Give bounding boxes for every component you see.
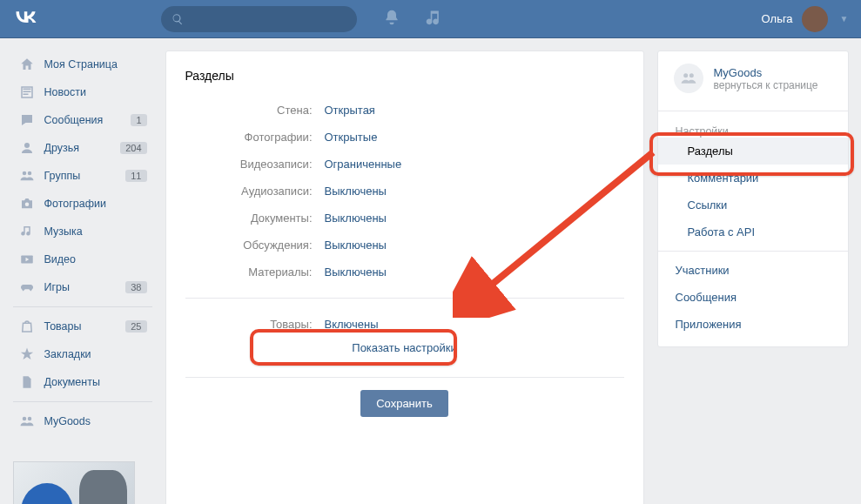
nav-badge: 38 (125, 281, 146, 293)
nav-games[interactable]: Игры 38 (13, 273, 152, 301)
chevron-down-icon: ▼ (840, 14, 849, 24)
nav-badge: 1 (131, 114, 146, 126)
menu-members[interactable]: Участники (658, 257, 848, 284)
group-title: MyGoods (714, 66, 818, 79)
nav-messages[interactable]: Сообщения 1 (13, 106, 152, 134)
menu-group-title: Настройки (658, 117, 848, 138)
topbar: Ольга ▼ (0, 0, 861, 38)
svg-point-5 (22, 417, 26, 421)
select-docs[interactable]: Выключены (325, 212, 387, 225)
nav-friends[interactable]: Друзья 204 (13, 134, 152, 162)
nav-badge: 25 (125, 320, 146, 333)
row-label: Материалы: (185, 265, 325, 279)
menu-apps[interactable]: Приложения (658, 311, 848, 338)
search-input[interactable] (191, 12, 346, 25)
friends-icon (18, 139, 36, 157)
nav-my-page[interactable]: Моя Страница (13, 50, 152, 78)
svg-point-3 (24, 203, 29, 207)
page-title: Разделы (166, 51, 643, 97)
select-wall[interactable]: Открытая (325, 104, 375, 117)
main-panel: Разделы Стена:Открытая Фотографии:Открыт… (165, 50, 644, 504)
svg-point-0 (24, 143, 30, 148)
select-videos[interactable]: Ограниченные (325, 158, 402, 171)
group-header[interactable]: MyGoods вернуться к странице (658, 51, 848, 105)
star-icon (18, 346, 36, 363)
row-label: Товары: (185, 318, 325, 331)
svg-point-6 (27, 417, 31, 421)
svg-point-2 (27, 171, 31, 176)
svg-point-1 (22, 171, 26, 176)
menu-links[interactable]: Ссылки (658, 192, 848, 218)
menu-api[interactable]: Работа с API (658, 218, 848, 245)
row-label: Фотографии: (185, 131, 325, 144)
nav-separator (13, 401, 152, 402)
music-nav-icon (18, 223, 36, 240)
groups-icon (18, 413, 36, 430)
svg-point-8 (689, 73, 693, 77)
select-materials[interactable]: Выключены (325, 265, 387, 279)
row-label: Аудиозаписи: (185, 185, 325, 198)
home-icon (18, 56, 36, 73)
left-sidebar: Моя Страница Новости Сообщения 1 Друзья … (13, 50, 152, 504)
search-icon (172, 13, 184, 25)
group-back-link: вернуться к странице (714, 79, 818, 91)
avatar (802, 6, 828, 32)
search-container[interactable] (161, 6, 357, 32)
row-label: Обсуждения: (185, 239, 325, 252)
menu-sections[interactable]: Разделы (658, 138, 848, 165)
nav-badge: 11 (125, 170, 146, 182)
nav-market[interactable]: Товары 25 (13, 312, 152, 340)
group-avatar (674, 64, 703, 93)
profile-menu[interactable]: Ольга ▼ (762, 6, 849, 32)
menu-messages[interactable]: Сообщения (658, 284, 848, 311)
document-icon (18, 373, 36, 391)
separator (185, 377, 624, 378)
notifications-icon[interactable] (383, 9, 400, 29)
nav-mygoods[interactable]: MyGoods (13, 407, 152, 435)
camera-icon (18, 195, 36, 212)
video-icon (18, 251, 36, 268)
svg-point-7 (683, 73, 688, 77)
nav-separator (13, 306, 152, 307)
row-label: Видеозаписи: (185, 158, 325, 171)
messages-icon (18, 111, 36, 129)
separator (185, 298, 624, 299)
games-icon (18, 279, 36, 296)
nav-bookmarks[interactable]: Закладки (13, 340, 152, 368)
row-label: Документы: (185, 212, 325, 225)
news-icon (18, 84, 36, 101)
user-name: Ольга (762, 12, 793, 25)
menu-comments[interactable]: Комментарии (658, 165, 848, 192)
select-audio[interactable]: Выключены (325, 185, 387, 198)
select-photos[interactable]: Открытые (325, 131, 378, 144)
sidebar-ad-image[interactable] (13, 461, 135, 504)
nav-photos[interactable]: Фотографии (13, 190, 152, 218)
nav-video[interactable]: Видео (13, 245, 152, 273)
select-goods[interactable]: Включены (325, 318, 379, 331)
vk-logo[interactable] (13, 4, 39, 34)
select-discussions[interactable]: Выключены (325, 239, 387, 252)
nav-music[interactable]: Музыка (13, 218, 152, 245)
music-icon[interactable] (425, 9, 442, 29)
nav-documents[interactable]: Документы (13, 368, 152, 396)
market-icon (18, 318, 36, 335)
row-label: Стена: (185, 104, 325, 117)
right-sidebar: MyGoods вернуться к странице Настройки Р… (657, 50, 849, 504)
save-button[interactable]: Сохранить (360, 390, 448, 417)
nav-groups[interactable]: Группы 11 (13, 162, 152, 190)
show-settings-link[interactable]: Показать настройки (166, 338, 643, 365)
nav-news[interactable]: Новости (13, 78, 152, 106)
groups-icon (18, 167, 36, 185)
nav-badge: 204 (120, 142, 146, 154)
